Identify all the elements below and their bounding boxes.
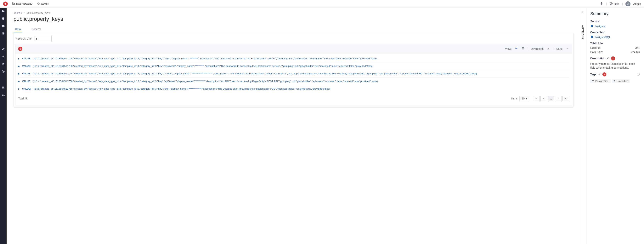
record-row: ▶VALUE:{"id":5,"created_at":161356451175…: [18, 85, 569, 93]
description-heading-label: Description: [590, 57, 605, 60]
top-nav: ◉ DASHBOARD ADMIN |: [0, 0, 644, 8]
chevron-right-icon: ›: [24, 11, 25, 14]
data-panel: 1 View: | Download: | Stats: [15, 44, 572, 105]
avatar[interactable]: A: [626, 1, 630, 6]
value-json: {"id":4,"created_at":1613564511758,"crea…: [33, 80, 378, 83]
plugin-icon[interactable]: [2, 62, 5, 66]
nav-admin[interactable]: ADMIN: [37, 2, 50, 5]
bell-icon[interactable]: [600, 1, 604, 6]
breadcrumb-current: public.property_keys: [27, 11, 50, 14]
download-label: Download:: [531, 47, 544, 50]
avatar-initial: A: [627, 2, 629, 5]
expand-icon[interactable]: ▶: [18, 88, 20, 90]
database-icon: [590, 24, 594, 28]
nav-dashboard[interactable]: DASHBOARD: [12, 2, 33, 5]
expand-icon[interactable]: ▶: [18, 65, 20, 67]
page-first[interactable]: <<: [533, 96, 540, 101]
expand-icon[interactable]: ▶: [18, 57, 20, 60]
file-icon[interactable]: [2, 32, 5, 35]
breadcrumb-root[interactable]: Explore: [14, 11, 22, 14]
annotation-3: 3: [602, 72, 606, 77]
page-title: public.property_keys: [14, 16, 574, 22]
view-label: View:: [505, 47, 512, 50]
tab-schema[interactable]: Schema: [30, 26, 43, 33]
sliders-icon[interactable]: [2, 86, 5, 90]
value-json: {"id":3,"created_at":1613564511758,"crea…: [33, 72, 477, 75]
help-icon[interactable]: ?: [637, 73, 640, 76]
bolt-icon[interactable]: [2, 55, 5, 59]
target-icon[interactable]: [2, 70, 5, 74]
records-key: Records:: [590, 46, 601, 49]
page-prev[interactable]: <: [540, 96, 547, 101]
annotation-2: 2: [611, 56, 615, 61]
content-box: Records Limit 1 View: | Download:: [14, 33, 574, 108]
tags-heading: Tags 3 ?: [590, 72, 640, 77]
tag-icon: [592, 80, 594, 83]
summary-panel: Summary Source Postgres Connection Postg…: [586, 8, 644, 244]
folder-icon[interactable]: [2, 10, 5, 13]
items-label: Items: [511, 97, 518, 100]
description-text: Property names. Description for each fie…: [590, 62, 640, 70]
summary-title: Summary: [590, 11, 640, 16]
tab-data[interactable]: Data: [14, 26, 22, 33]
record-row: ▶VALUE:{"id":3,"created_at":161356451175…: [18, 70, 569, 78]
expand-icon[interactable]: ▶: [18, 72, 20, 75]
list-view-icon[interactable]: [514, 46, 518, 51]
panel-header: 1 View: | Download: | Stats: [16, 44, 572, 53]
source-link-label: Postgres: [594, 25, 605, 28]
collapse-icon[interactable]: »: [582, 10, 583, 14]
datasize-key: Data Size:: [590, 50, 603, 54]
tabs: Data Schema: [14, 26, 574, 33]
grid-view-icon[interactable]: [521, 46, 525, 51]
source-link[interactable]: Postgres: [590, 24, 640, 28]
username: Admin: [633, 2, 641, 5]
page-current[interactable]: 1: [548, 96, 554, 101]
value-json: {"id":1,"created_at":1613564511758,"crea…: [33, 57, 378, 60]
separator: |: [528, 47, 528, 50]
nav-dashboard-label: DASHBOARD: [16, 2, 33, 5]
page-next[interactable]: >: [555, 96, 562, 101]
tag[interactable]: PostgreSQL: [590, 79, 610, 83]
value-label: VALUE:: [22, 80, 31, 83]
tag[interactable]: Properties: [612, 79, 630, 83]
help-link[interactable]: Help: [610, 2, 620, 5]
items-per-page[interactable]: 20 ▾: [520, 96, 529, 101]
barchart-icon[interactable]: [2, 93, 5, 97]
stats-label: Stats: [556, 47, 562, 50]
chart-icon: [12, 2, 15, 5]
record-row: ▶VALUE:{"id":4,"created_at":161356451175…: [18, 78, 569, 85]
panel-footer: Total: 5 Items 20 ▾ << < 1: [16, 93, 572, 105]
separator: |: [606, 2, 607, 5]
records-value: 341: [635, 46, 640, 49]
download-icon[interactable]: [546, 46, 550, 51]
share-icon[interactable]: [2, 48, 5, 52]
svg-text:?: ?: [638, 73, 638, 75]
connection-link[interactable]: PostgresSQL: [590, 35, 640, 39]
card-icon[interactable]: [2, 24, 5, 28]
database-icon[interactable]: [2, 17, 5, 21]
datasize-value: 224 KB: [631, 50, 640, 54]
edit-icon[interactable]: [598, 73, 601, 76]
records-limit-input[interactable]: [34, 36, 52, 41]
tableinfo-heading: Table Info: [590, 42, 640, 45]
side-nav: [0, 8, 6, 244]
help-icon: [610, 2, 613, 5]
tag-label: Properties: [617, 80, 628, 83]
items-value: 20: [522, 97, 525, 100]
value-json: {"id":5,"created_at":1613564511758,"crea…: [33, 87, 330, 91]
tags-list: PostgreSQLProperties: [590, 78, 640, 83]
connection-link-label: PostgresSQL: [594, 36, 610, 39]
edit-icon[interactable]: [607, 57, 610, 60]
records-row: Records: 341: [590, 46, 640, 49]
svg-point-1: [3, 71, 4, 72]
chevron-down-icon[interactable]: [565, 46, 569, 51]
record-row: ▶VALUE:{"id":1,"created_at":161356451175…: [18, 55, 569, 62]
page-last[interactable]: >>: [562, 96, 569, 101]
rail-label: SUMMARY: [582, 25, 585, 39]
record-row: ▶VALUE:{"id":2,"created_at":161356451175…: [18, 62, 569, 70]
app-logo[interactable]: ◉: [3, 1, 8, 6]
breadcrumb: Explore › public.property_keys: [14, 11, 574, 14]
tags-heading-label: Tags: [590, 73, 596, 76]
expand-icon[interactable]: ▶: [18, 80, 20, 83]
total-label: Total: 5: [18, 97, 27, 100]
